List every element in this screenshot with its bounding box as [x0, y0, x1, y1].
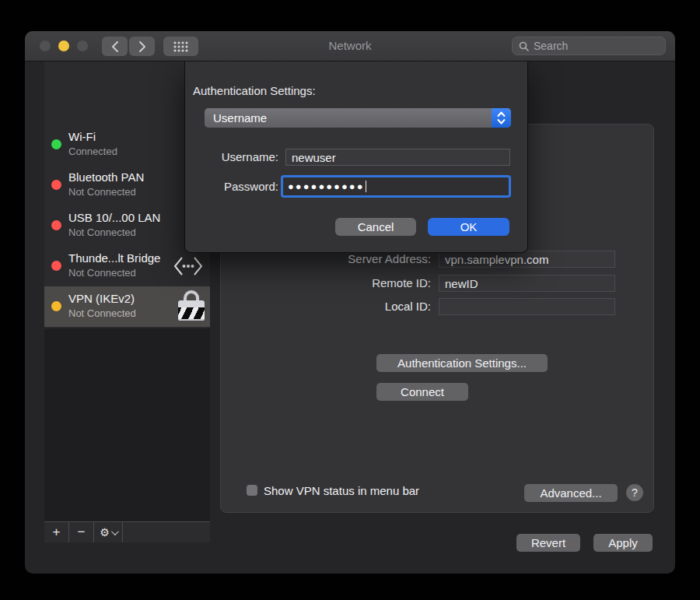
status-dot-icon: [51, 180, 61, 190]
authentication-settings-sheet: Authentication Settings: Username Userna…: [184, 61, 528, 253]
status-dot-icon: [51, 261, 61, 271]
password-label: Password:: [187, 180, 278, 193]
thunderbolt-bridge-icon: [173, 255, 204, 277]
text-cursor: [366, 181, 367, 192]
gear-icon: ⚙: [100, 526, 110, 539]
interface-name: Thunde...lt Bridge: [68, 251, 160, 265]
status-dot-icon: [51, 301, 61, 311]
local-id-field[interactable]: [439, 298, 615, 315]
lock-icon: [178, 290, 205, 324]
titlebar: Network Search: [25, 31, 675, 61]
sidebar-item-vpn-ikev2[interactable]: VPN (IKEv2) Not Connected: [44, 286, 210, 327]
status-dot-icon: [51, 139, 61, 149]
interface-status: Not Connected: [68, 267, 136, 279]
revert-button[interactable]: Revert: [516, 534, 580, 552]
password-masked-value: ●●●●●●●●●●: [288, 181, 365, 191]
local-id-row: Local ID:: [221, 298, 653, 315]
server-address-field[interactable]: vpn.samplevpn.com: [439, 251, 615, 268]
auth-type-popup[interactable]: Username: [205, 108, 511, 128]
search-placeholder: Search: [534, 40, 568, 52]
apply-button[interactable]: Apply: [593, 534, 653, 552]
interface-status: Not Connected: [68, 226, 136, 238]
show-vpn-status-label: Show VPN status in menu bar: [264, 484, 419, 497]
remote-id-field[interactable]: newID: [439, 275, 615, 292]
username-input[interactable]: newuser: [285, 149, 510, 166]
status-dot-icon: [51, 220, 61, 230]
help-button[interactable]: ?: [626, 484, 643, 501]
interface-name: USB 10/...00 LAN: [68, 211, 160, 224]
search-input[interactable]: Search: [512, 37, 666, 55]
auth-type-value: Username: [205, 111, 492, 125]
remove-interface-button[interactable]: −: [69, 522, 94, 542]
show-vpn-status-checkbox[interactable]: [247, 485, 257, 496]
sheet-title: Authentication Settings:: [193, 84, 316, 97]
server-address-label: Server Address:: [221, 252, 431, 265]
chevron-down-icon: [111, 528, 119, 535]
desktop: Wi-Fi Connected Bluetooth PAN Not Connec…: [0, 0, 700, 600]
sidebar-item-thunderbolt-bridge[interactable]: Thunde...lt Bridge Not Connected: [44, 246, 210, 286]
interface-name: Bluetooth PAN: [68, 170, 144, 184]
username-label: Username:: [187, 150, 278, 163]
action-menu-button[interactable]: ⚙: [94, 522, 123, 542]
ok-button[interactable]: OK: [428, 218, 509, 236]
add-interface-button[interactable]: +: [44, 522, 69, 542]
remote-id-row: Remote ID: newID: [221, 275, 653, 292]
local-id-label: Local ID:: [221, 300, 431, 313]
authentication-settings-button[interactable]: Authentication Settings...: [376, 354, 548, 372]
connect-button[interactable]: Connect: [376, 383, 468, 401]
cancel-button[interactable]: Cancel: [335, 218, 416, 236]
network-preferences-window: Wi-Fi Connected Bluetooth PAN Not Connec…: [25, 31, 675, 574]
remote-id-label: Remote ID:: [221, 276, 431, 289]
password-input[interactable]: ●●●●●●●●●●: [281, 175, 511, 198]
interface-status: Not Connected: [68, 307, 136, 319]
popup-stepper-icon: [492, 108, 511, 128]
sidebar-toolbar: + − ⚙: [44, 521, 210, 542]
interface-status: Not Connected: [68, 186, 136, 198]
search-icon: [519, 41, 529, 51]
interface-name: VPN (IKEv2): [68, 292, 135, 305]
server-address-row: Server Address: vpn.samplevpn.com: [221, 251, 653, 268]
interface-name: Wi-Fi: [68, 130, 96, 143]
advanced-button[interactable]: Advanced...: [524, 484, 618, 502]
interface-status: Connected: [68, 146, 117, 157]
